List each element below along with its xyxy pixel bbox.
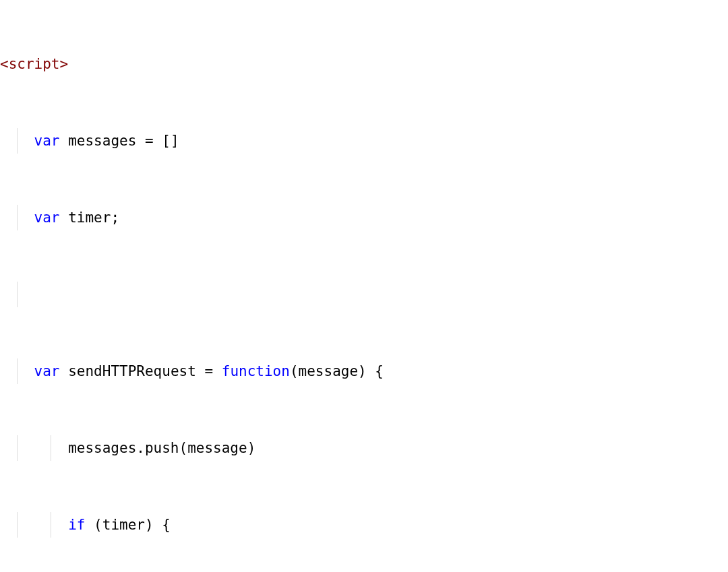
code-line: var sendHTTPRequest = function(message) … — [0, 358, 728, 384]
tag-open: < — [0, 56, 9, 72]
code-line: if (timer) { — [0, 512, 728, 538]
code-line: var messages = [] — [0, 128, 728, 154]
code-line: messages.push(message) — [0, 435, 728, 461]
code-line — [0, 282, 728, 307]
code-editor[interactable]: <script> var messages = [] var timer; va… — [0, 0, 728, 572]
tag-close: > — [60, 56, 69, 72]
tag-name: script — [9, 56, 60, 72]
code-line: <script> — [0, 51, 728, 77]
code-line: var timer; — [0, 205, 728, 230]
